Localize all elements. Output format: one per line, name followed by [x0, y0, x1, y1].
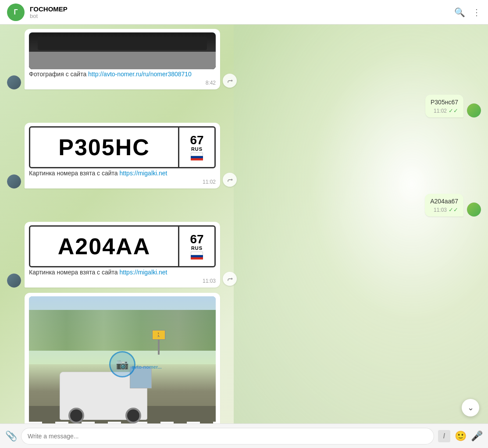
- road-line: [29, 422, 216, 423]
- plate-source-text: Картинка номера взята с сайта: [29, 170, 120, 177]
- bubble-text: Картинка номера взята с сайта https://mi…: [29, 169, 216, 178]
- message-row: Р305НС 67 RUS Картинка ном: [0, 123, 488, 188]
- bubble-meta: 11:03: [29, 278, 216, 284]
- message-time: 11:02: [434, 108, 447, 114]
- plate-source-text: Картинка номера взята с сайта: [29, 269, 120, 276]
- message-bubble: 📷 avto-nomer... 🚶 Фотография с сайта htt…: [25, 293, 220, 423]
- read-tick: ✓✓: [449, 107, 458, 114]
- avatar: [467, 103, 481, 117]
- avatar: [467, 203, 481, 217]
- bubble-meta: 11:02: [29, 179, 216, 185]
- watermark-text: avto-nomer...: [132, 364, 161, 370]
- chat-avatar: Г: [7, 4, 25, 21]
- compose-bar: 📎 / 🙂 🎤: [0, 423, 488, 448]
- plate-link[interactable]: https://migalki.net: [120, 170, 167, 177]
- message-time: 11:03: [434, 207, 447, 213]
- avatar-image: [7, 174, 21, 188]
- chevron-down-icon: ⌄: [467, 403, 474, 412]
- command-icon[interactable]: /: [438, 430, 450, 442]
- message-time: 8:42: [206, 80, 216, 86]
- message-input[interactable]: [21, 428, 434, 444]
- plate-text: Р305НС: [30, 128, 179, 167]
- bubble-text: А204аа67: [430, 197, 458, 206]
- chat-header: Г ГОСНОМЕР bot 🔍 ⋮: [0, 0, 488, 25]
- more-options-icon[interactable]: ⋮: [472, 7, 481, 18]
- message-row: А204АА 67 RUS Картинка ном: [0, 222, 488, 288]
- avatar-image: [467, 203, 481, 217]
- avatar-letter: Г: [14, 8, 18, 16]
- photo-link[interactable]: http://avto-nomer.ru/ru/nomer3808710: [88, 71, 192, 78]
- plate-region: 67 RUS: [179, 128, 214, 167]
- car-photo-van: 📷 avto-nomer... 🚶: [29, 296, 216, 423]
- bubble-meta: 11:03 ✓✓: [430, 206, 458, 213]
- chat-inner: Фотография с сайта http://avto-nomer.ru/…: [0, 25, 488, 423]
- chat-title: ГОСНОМЕР: [30, 5, 454, 13]
- plate-region: 67 RUS: [179, 227, 214, 266]
- scroll-down-button[interactable]: ⌄: [462, 399, 479, 416]
- avatar: [7, 174, 21, 188]
- van-scene: 📷 avto-nomer... 🚶: [29, 296, 216, 423]
- forward-button[interactable]: [223, 74, 237, 88]
- message-bubble-outgoing: А204аа67 11:03 ✓✓: [425, 194, 463, 217]
- message-bubble: А204АА 67 RUS Картинка ном: [25, 222, 220, 288]
- license-plate-image: А204АА 67 RUS: [29, 225, 216, 267]
- read-tick: ✓✓: [449, 206, 458, 213]
- forward-button[interactable]: [223, 173, 237, 187]
- bubble-text: Картинка номера взята с сайта https://mi…: [29, 268, 216, 277]
- bubble-meta: 11:02 ✓✓: [431, 107, 458, 114]
- message-bubble: Р305НС 67 RUS Картинка ном: [25, 123, 220, 188]
- license-plate-image: Р305НС 67 RUS: [29, 126, 216, 168]
- attachment-icon[interactable]: 📎: [5, 430, 17, 442]
- bubble-text: Р305нс67: [431, 98, 458, 107]
- bubble-text: Фотография с сайта http://avto-nomer.ru/…: [29, 70, 216, 79]
- photo-source-text: Фотография с сайта: [29, 71, 88, 78]
- avatar-image: [467, 103, 481, 117]
- message-row: Фотография с сайта http://avto-nomer.ru/…: [0, 29, 488, 89]
- forward-button[interactable]: [223, 272, 237, 286]
- bubble-meta: 8:42: [29, 80, 216, 86]
- avatar-image: [7, 75, 21, 89]
- avatar: [7, 75, 21, 89]
- chat-subtitle: bot: [30, 13, 454, 19]
- message-bubble-outgoing: Р305нс67 11:02 ✓✓: [425, 95, 463, 118]
- header-actions: 🔍 ⋮: [454, 7, 481, 18]
- header-info: ГОСНОМЕР bot: [30, 5, 454, 19]
- microphone-icon[interactable]: 🎤: [471, 430, 483, 442]
- chat-area: Фотография с сайта http://avto-nomer.ru/…: [0, 25, 488, 423]
- emoji-icon[interactable]: 🙂: [455, 430, 467, 442]
- message-time: 11:02: [203, 179, 216, 185]
- plate-link[interactable]: https://migalki.net: [120, 269, 167, 276]
- plate-text: А204АА: [30, 227, 179, 266]
- avatar: [7, 274, 21, 288]
- message-row-outgoing: А204аа67 11:03 ✓✓: [0, 194, 488, 217]
- avatar-image: [7, 274, 21, 288]
- search-icon[interactable]: 🔍: [454, 7, 465, 18]
- message-time: 11:03: [203, 278, 216, 284]
- car-photo-small: [29, 32, 216, 69]
- message-bubble: Фотография с сайта http://avto-nomer.ru/…: [25, 29, 220, 89]
- message-row: 📷 avto-nomer... 🚶 Фотография с сайта htt…: [0, 293, 488, 423]
- message-row-outgoing: Р305нс67 11:02 ✓✓: [0, 95, 488, 118]
